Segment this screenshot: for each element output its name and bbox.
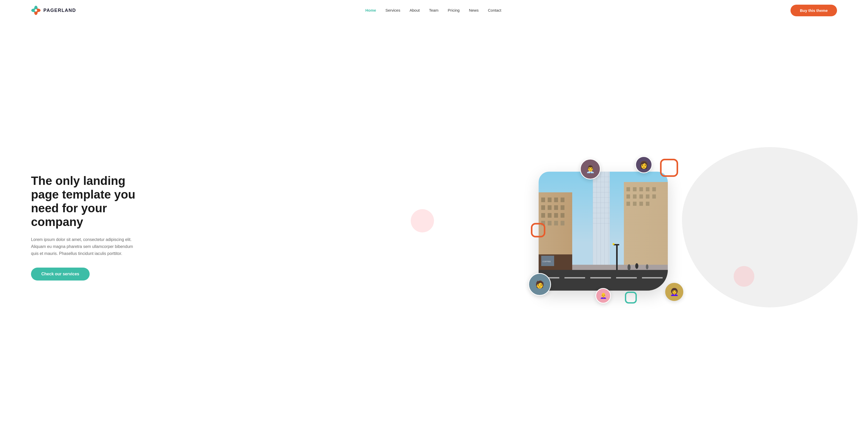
svg-rect-13: [548, 205, 552, 210]
hero-visual: COFFEE 👨‍💼 👩 🧑: [369, 152, 837, 302]
avatar-face-4: 👩‍🦱: [666, 284, 683, 300]
svg-rect-14: [554, 205, 558, 210]
svg-rect-9: [548, 198, 552, 202]
check-services-button[interactable]: Check our services: [31, 268, 90, 281]
pink-blob-1: [411, 209, 434, 232]
svg-point-71: [646, 264, 648, 269]
navbar: PAGERLAND Home Services About Team Prici…: [0, 0, 868, 21]
svg-rect-22: [554, 221, 558, 226]
nav-services[interactable]: Services: [385, 8, 400, 12]
nav-contact[interactable]: Contact: [488, 8, 501, 12]
svg-rect-16: [541, 213, 545, 218]
logo-icon: [31, 5, 41, 15]
svg-rect-27: [633, 187, 637, 191]
svg-rect-34: [646, 195, 649, 199]
svg-rect-30: [652, 187, 656, 191]
nav-about[interactable]: About: [409, 8, 420, 12]
svg-rect-32: [633, 195, 637, 199]
svg-rect-23: [561, 221, 564, 226]
nav-team[interactable]: Team: [429, 8, 439, 12]
deco-square-top-right: [660, 159, 678, 177]
background-blob: [682, 147, 858, 308]
avatar-bottom-left: 🧑: [528, 273, 551, 296]
nav-news[interactable]: News: [469, 8, 479, 12]
svg-rect-36: [626, 202, 630, 206]
city-illustration: COFFEE: [538, 172, 668, 291]
svg-text:COFFEE: COFFEE: [542, 260, 551, 263]
svg-rect-60: [616, 277, 637, 279]
svg-rect-59: [590, 277, 611, 279]
hero-description: Lorem ipsum dolor sit amet, consectetur …: [31, 236, 140, 257]
svg-point-4: [35, 9, 37, 12]
pink-blob-2: [734, 266, 754, 287]
svg-rect-12: [541, 205, 545, 210]
svg-rect-18: [554, 213, 558, 218]
svg-rect-31: [626, 195, 630, 199]
hero-title: The only landing page template you need …: [31, 174, 155, 229]
logo-text: PAGERLAND: [43, 8, 76, 13]
svg-rect-38: [640, 202, 643, 206]
nav-links: Home Services About Team Pricing News Co…: [365, 8, 501, 13]
avatar-face-1: 👨‍💼: [581, 159, 600, 179]
svg-rect-39: [646, 202, 649, 206]
svg-rect-61: [642, 277, 663, 279]
svg-rect-10: [554, 198, 558, 202]
buy-theme-button[interactable]: Buy this theme: [790, 5, 837, 16]
svg-rect-17: [548, 213, 552, 218]
svg-rect-56: [538, 270, 668, 291]
svg-rect-29: [646, 187, 649, 191]
nav-pricing[interactable]: Pricing: [448, 8, 460, 12]
avatar-face-3: 🧑: [529, 274, 550, 295]
avatar-bottom-right: 👩‍🦱: [665, 283, 683, 301]
svg-rect-35: [652, 195, 656, 199]
avatar-face-2: 👩: [636, 157, 652, 172]
svg-point-65: [613, 243, 615, 245]
svg-rect-63: [616, 244, 618, 270]
svg-rect-33: [640, 195, 643, 199]
svg-rect-37: [633, 202, 637, 206]
logo[interactable]: PAGERLAND: [31, 5, 76, 15]
svg-point-69: [627, 264, 630, 270]
deco-square-left: [531, 223, 545, 237]
main-hero-image: COFFEE: [538, 172, 668, 291]
svg-rect-15: [561, 205, 564, 210]
deco-square-teal: [625, 292, 637, 303]
svg-rect-21: [548, 221, 552, 226]
svg-rect-28: [640, 187, 643, 191]
hero-content: The only landing page template you need …: [31, 174, 369, 280]
avatar-top-left: 👨‍💼: [580, 159, 601, 179]
nav-home[interactable]: Home: [365, 8, 376, 12]
svg-point-70: [635, 263, 638, 269]
svg-rect-11: [561, 198, 564, 202]
svg-rect-26: [626, 187, 630, 191]
hero-section: The only landing page template you need …: [0, 21, 868, 439]
avatar-top-right: 👩: [635, 156, 652, 173]
avatar-bottom-center: 👩‍🦲: [595, 288, 611, 303]
svg-rect-8: [541, 198, 545, 202]
svg-rect-40: [593, 172, 610, 280]
svg-rect-58: [564, 277, 585, 279]
svg-rect-19: [561, 213, 564, 218]
avatar-face-5: 👩‍🦲: [596, 289, 610, 303]
